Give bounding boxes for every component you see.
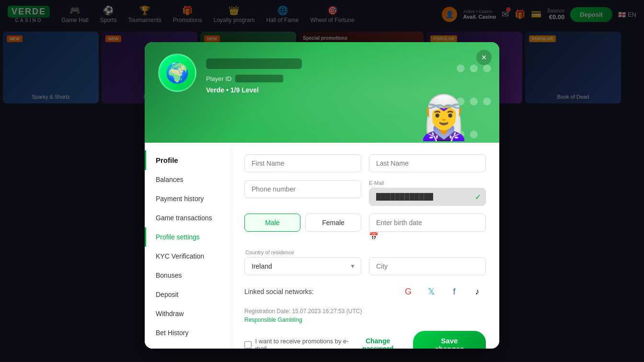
responsible-gambling-text: Responsible Gambling (244, 317, 302, 323)
close-icon: × (482, 53, 487, 63)
save-changes-button[interactable]: Save changes (413, 331, 486, 349)
close-button[interactable]: × (476, 50, 492, 65)
change-password-button[interactable]: Change password (352, 337, 403, 349)
calendar-icon: 📅 (369, 232, 379, 240)
sidebar-item-deposit[interactable]: Deposit (145, 285, 230, 304)
player-level: Verde • 1/9 Level (206, 86, 302, 94)
birth-date-input[interactable] (369, 214, 486, 232)
name-row (244, 154, 486, 172)
sidebar-label-payment-history: Payment history (156, 195, 204, 203)
google-icon[interactable]: G (400, 283, 417, 300)
contact-row: E-Mail ✓ (244, 180, 486, 206)
player-id-label: Player ID (206, 75, 231, 82)
profile-form: E-Mail ✓ Male Female (231, 143, 499, 349)
sidebar-label-profile-settings: Profile settings (156, 233, 200, 241)
promo-checkbox-input[interactable] (244, 341, 252, 349)
sidebar-item-profile-settings[interactable]: Profile settings (145, 227, 230, 247)
responsible-gambling[interactable]: Responsible Gambling (244, 317, 486, 323)
modal-wrapper: 🌍 Player ID Verde • 1/9 Level • • •• • •… (0, 29, 644, 362)
last-name-input[interactable] (369, 154, 486, 172)
city-input[interactable] (369, 257, 486, 275)
profile-modal: 🌍 Player ID Verde • 1/9 Level • • •• • •… (145, 42, 499, 349)
right-actions: Change password Save changes (352, 331, 486, 349)
email-input[interactable] (369, 188, 486, 206)
phone-input[interactable] (244, 180, 361, 198)
gender-male-button[interactable]: Male (244, 214, 300, 232)
sidebar-item-balances[interactable]: Balances (145, 170, 230, 189)
first-name-field (244, 154, 361, 172)
birth-date-wrapper: 📅 (369, 214, 486, 241)
sidebar-item-profile[interactable]: Profile (145, 150, 230, 170)
phone-field (244, 180, 361, 206)
player-name-bar (206, 58, 302, 69)
sidebar-item-payment-history[interactable]: Payment history (145, 189, 230, 208)
player-avatar: 🌍 (158, 54, 196, 92)
birth-city-section: 📅 (369, 214, 486, 241)
player-id-row: Player ID (206, 75, 302, 82)
email-check-icon: ✓ (475, 192, 481, 202)
sidebar-label-profile: Profile (156, 156, 178, 164)
modal-body: Profile Balances Payment history Game tr… (145, 143, 499, 349)
gender-section: Male Female (244, 214, 361, 241)
sidebar-label-balances: Balances (156, 176, 184, 183)
sidebar-item-bet-history[interactable]: Bet History (145, 323, 230, 342)
sidebar-item-bonuses[interactable]: Bonuses (145, 266, 230, 285)
first-name-input[interactable] (244, 154, 361, 172)
sidebar-item-game-transactions[interactable]: Game transactions (145, 208, 230, 227)
promo-checkbox: I want to receive promotions by e-mail. (244, 338, 352, 349)
modal-header: 🌍 Player ID Verde • 1/9 Level • • •• • •… (145, 42, 499, 143)
sidebar-label-bet-history: Bet History (156, 329, 188, 337)
sidebar-label-deposit: Deposit (156, 291, 178, 298)
country-select[interactable]: Ireland (244, 257, 361, 275)
email-input-wrapper: ✓ (369, 188, 486, 206)
action-row: I want to receive promotions by e-mail. … (244, 331, 486, 349)
sidebar-label-game-transactions: Game transactions (156, 214, 212, 222)
player-id-bar (235, 75, 283, 82)
sidebar-item-withdraw[interactable]: Withdraw (145, 304, 230, 323)
gender-buttons: Male Female (244, 214, 361, 232)
sidebar-label-bonuses: Bonuses (156, 272, 182, 279)
country-field: Country of residence Ireland ▼ (244, 257, 361, 275)
city-field (369, 249, 486, 275)
social-label: Linked social networks: (244, 288, 392, 295)
country-label: Country of residence (245, 249, 294, 255)
country-city-row: Country of residence Ireland ▼ (244, 249, 486, 275)
gender-birth-row: Male Female 📅 (244, 214, 486, 241)
email-field: E-Mail ✓ (369, 180, 486, 206)
social-row: Linked social networks: G 𝕏 f ♪ (244, 283, 486, 300)
sidebar-item-kyc[interactable]: KYC Verification (145, 247, 230, 266)
modal-sidebar: Profile Balances Payment history Game tr… (145, 143, 231, 349)
sidebar-label-withdraw: Withdraw (156, 310, 184, 317)
sidebar-label-kyc: KYC Verification (156, 252, 204, 260)
social-icons: G 𝕏 f ♪ (400, 283, 486, 300)
facebook-icon[interactable]: f (446, 283, 463, 300)
tiktok-icon[interactable]: ♪ (469, 283, 486, 300)
email-label: E-Mail (369, 180, 486, 186)
gender-female-button[interactable]: Female (305, 214, 361, 232)
country-select-wrapper: Ireland ▼ (244, 257, 361, 275)
promo-checkbox-label: I want to receive promotions by e-mail. (255, 338, 353, 349)
character-illustration: 🧝‍♀️ (417, 92, 471, 143)
last-name-field (369, 154, 486, 172)
registration-date: Registration Date: 15.07.2023 16:27:53 (… (244, 308, 486, 315)
player-info: Player ID Verde • 1/9 Level (206, 54, 302, 94)
twitter-icon[interactable]: 𝕏 (423, 283, 440, 300)
